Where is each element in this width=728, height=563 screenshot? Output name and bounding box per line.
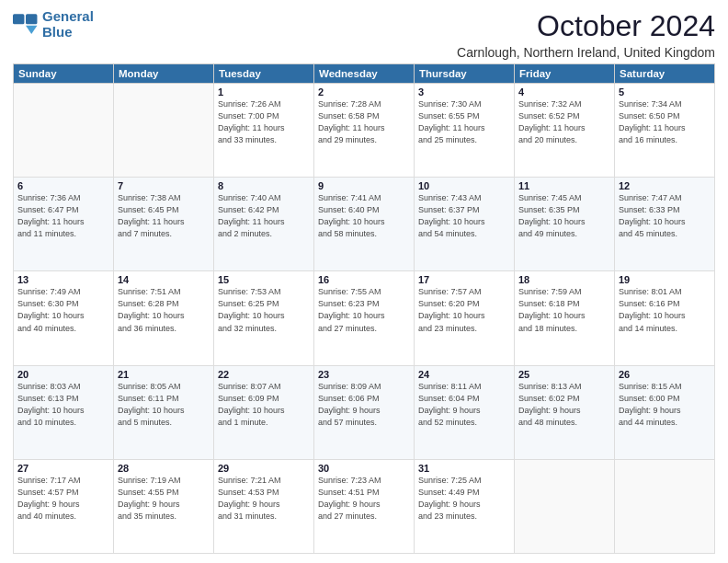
day-info: Sunrise: 7:47 AMSunset: 6:33 PMDaylight:… bbox=[619, 192, 711, 240]
day-info: Sunrise: 8:13 AMSunset: 6:02 PMDaylight:… bbox=[518, 381, 610, 429]
logo: General Blue bbox=[13, 9, 94, 40]
table-row: 6Sunrise: 7:36 AMSunset: 6:47 PMDaylight… bbox=[14, 178, 114, 271]
table-row: 12Sunrise: 7:47 AMSunset: 6:33 PMDayligh… bbox=[615, 178, 715, 271]
day-number: 1 bbox=[218, 86, 310, 98]
table-row bbox=[515, 459, 615, 553]
day-info: Sunrise: 7:49 AMSunset: 6:30 PMDaylight:… bbox=[17, 286, 109, 334]
table-row: 31Sunrise: 7:25 AMSunset: 4:49 PMDayligh… bbox=[415, 459, 515, 553]
day-number: 27 bbox=[17, 463, 109, 474]
day-info: Sunrise: 7:40 AMSunset: 6:42 PMDaylight:… bbox=[218, 192, 310, 240]
table-row: 4Sunrise: 7:32 AMSunset: 6:52 PMDaylight… bbox=[515, 84, 615, 178]
day-number: 22 bbox=[218, 369, 310, 380]
day-number: 25 bbox=[518, 369, 610, 380]
day-number: 5 bbox=[619, 86, 711, 98]
table-row: 24Sunrise: 8:11 AMSunset: 6:04 PMDayligh… bbox=[415, 365, 515, 459]
day-info: Sunrise: 8:11 AMSunset: 6:04 PMDaylight:… bbox=[418, 381, 510, 429]
svg-rect-1 bbox=[26, 14, 37, 24]
calendar-week-row: 6Sunrise: 7:36 AMSunset: 6:47 PMDaylight… bbox=[14, 178, 715, 271]
day-number: 23 bbox=[318, 369, 410, 380]
table-row: 28Sunrise: 7:19 AMSunset: 4:55 PMDayligh… bbox=[114, 459, 214, 553]
page: General Blue October 2024 Carnlough, Nor… bbox=[0, 0, 728, 563]
day-number: 20 bbox=[17, 369, 109, 380]
col-tuesday: Tuesday bbox=[214, 64, 314, 84]
table-row: 9Sunrise: 7:41 AMSunset: 6:40 PMDaylight… bbox=[314, 178, 415, 271]
col-thursday: Thursday bbox=[415, 64, 515, 84]
day-number: 21 bbox=[118, 369, 210, 380]
table-row: 2Sunrise: 7:28 AMSunset: 6:58 PMDaylight… bbox=[314, 84, 415, 178]
col-saturday: Saturday bbox=[615, 64, 715, 84]
day-number: 3 bbox=[418, 86, 510, 98]
day-info: Sunrise: 8:15 AMSunset: 6:00 PMDaylight:… bbox=[619, 381, 711, 429]
day-info: Sunrise: 7:41 AMSunset: 6:40 PMDaylight:… bbox=[318, 192, 410, 240]
day-number: 28 bbox=[118, 463, 210, 474]
day-info: Sunrise: 7:32 AMSunset: 6:52 PMDaylight:… bbox=[518, 98, 610, 146]
day-info: Sunrise: 7:30 AMSunset: 6:55 PMDaylight:… bbox=[418, 98, 510, 146]
location-title: Carnlough, Northern Ireland, United King… bbox=[457, 45, 715, 60]
svg-marker-2 bbox=[26, 25, 37, 33]
day-info: Sunrise: 7:19 AMSunset: 4:55 PMDaylight:… bbox=[118, 475, 210, 523]
day-info: Sunrise: 7:28 AMSunset: 6:58 PMDaylight:… bbox=[318, 98, 410, 146]
day-number: 10 bbox=[418, 180, 510, 191]
table-row: 3Sunrise: 7:30 AMSunset: 6:55 PMDaylight… bbox=[415, 84, 515, 178]
day-info: Sunrise: 7:45 AMSunset: 6:35 PMDaylight:… bbox=[518, 192, 610, 240]
day-number: 31 bbox=[418, 463, 510, 474]
day-info: Sunrise: 8:03 AMSunset: 6:13 PMDaylight:… bbox=[17, 381, 109, 429]
table-row: 18Sunrise: 7:59 AMSunset: 6:18 PMDayligh… bbox=[515, 271, 615, 365]
table-row: 17Sunrise: 7:57 AMSunset: 6:20 PMDayligh… bbox=[415, 271, 515, 365]
day-info: Sunrise: 7:26 AMSunset: 7:00 PMDaylight:… bbox=[218, 98, 310, 146]
day-number: 29 bbox=[218, 463, 310, 474]
day-number: 2 bbox=[318, 86, 410, 98]
day-number: 19 bbox=[619, 274, 711, 285]
day-info: Sunrise: 7:23 AMSunset: 4:51 PMDaylight:… bbox=[318, 475, 410, 523]
table-row: 1Sunrise: 7:26 AMSunset: 7:00 PMDaylight… bbox=[214, 84, 314, 178]
col-friday: Friday bbox=[515, 64, 615, 84]
day-number: 14 bbox=[118, 274, 210, 285]
day-number: 4 bbox=[518, 86, 610, 98]
calendar-header-row: Sunday Monday Tuesday Wednesday Thursday… bbox=[14, 64, 715, 84]
calendar-week-row: 1Sunrise: 7:26 AMSunset: 7:00 PMDaylight… bbox=[14, 84, 715, 178]
svg-rect-0 bbox=[13, 14, 24, 24]
table-row: 14Sunrise: 7:51 AMSunset: 6:28 PMDayligh… bbox=[114, 271, 214, 365]
day-info: Sunrise: 7:57 AMSunset: 6:20 PMDaylight:… bbox=[418, 286, 510, 334]
calendar-week-row: 27Sunrise: 7:17 AMSunset: 4:57 PMDayligh… bbox=[14, 459, 715, 553]
title-block: October 2024 Carnlough, Northern Ireland… bbox=[457, 9, 715, 60]
day-info: Sunrise: 7:59 AMSunset: 6:18 PMDaylight:… bbox=[518, 286, 610, 334]
day-info: Sunrise: 7:36 AMSunset: 6:47 PMDaylight:… bbox=[17, 192, 109, 240]
day-number: 8 bbox=[218, 180, 310, 191]
day-info: Sunrise: 7:21 AMSunset: 4:53 PMDaylight:… bbox=[218, 475, 310, 523]
day-info: Sunrise: 7:43 AMSunset: 6:37 PMDaylight:… bbox=[418, 192, 510, 240]
col-sunday: Sunday bbox=[14, 64, 114, 84]
day-info: Sunrise: 8:09 AMSunset: 6:06 PMDaylight:… bbox=[318, 381, 410, 429]
logo-icon bbox=[13, 14, 39, 36]
table-row: 30Sunrise: 7:23 AMSunset: 4:51 PMDayligh… bbox=[314, 459, 415, 553]
table-row bbox=[14, 84, 114, 178]
day-number: 17 bbox=[418, 274, 510, 285]
day-number: 11 bbox=[518, 180, 610, 191]
table-row: 15Sunrise: 7:53 AMSunset: 6:25 PMDayligh… bbox=[214, 271, 314, 365]
day-info: Sunrise: 7:17 AMSunset: 4:57 PMDaylight:… bbox=[17, 475, 109, 523]
day-number: 6 bbox=[17, 180, 109, 191]
table-row: 29Sunrise: 7:21 AMSunset: 4:53 PMDayligh… bbox=[214, 459, 314, 553]
day-number: 26 bbox=[619, 369, 711, 380]
day-number: 16 bbox=[318, 274, 410, 285]
day-info: Sunrise: 8:05 AMSunset: 6:11 PMDaylight:… bbox=[118, 381, 210, 429]
day-number: 9 bbox=[318, 180, 410, 191]
table-row: 11Sunrise: 7:45 AMSunset: 6:35 PMDayligh… bbox=[515, 178, 615, 271]
table-row: 23Sunrise: 8:09 AMSunset: 6:06 PMDayligh… bbox=[314, 365, 415, 459]
day-info: Sunrise: 8:07 AMSunset: 6:09 PMDaylight:… bbox=[218, 381, 310, 429]
table-row: 25Sunrise: 8:13 AMSunset: 6:02 PMDayligh… bbox=[515, 365, 615, 459]
calendar-week-row: 13Sunrise: 7:49 AMSunset: 6:30 PMDayligh… bbox=[14, 271, 715, 365]
table-row bbox=[615, 459, 715, 553]
month-title: October 2024 bbox=[457, 9, 715, 43]
day-info: Sunrise: 7:25 AMSunset: 4:49 PMDaylight:… bbox=[418, 475, 510, 523]
table-row: 27Sunrise: 7:17 AMSunset: 4:57 PMDayligh… bbox=[14, 459, 114, 553]
day-info: Sunrise: 8:01 AMSunset: 6:16 PMDaylight:… bbox=[619, 286, 711, 334]
day-info: Sunrise: 7:38 AMSunset: 6:45 PMDaylight:… bbox=[118, 192, 210, 240]
calendar-week-row: 20Sunrise: 8:03 AMSunset: 6:13 PMDayligh… bbox=[14, 365, 715, 459]
day-info: Sunrise: 7:34 AMSunset: 6:50 PMDaylight:… bbox=[619, 98, 711, 146]
day-info: Sunrise: 7:55 AMSunset: 6:23 PMDaylight:… bbox=[318, 286, 410, 334]
day-number: 7 bbox=[118, 180, 210, 191]
day-number: 24 bbox=[418, 369, 510, 380]
header: General Blue October 2024 Carnlough, Nor… bbox=[13, 9, 715, 60]
table-row: 5Sunrise: 7:34 AMSunset: 6:50 PMDaylight… bbox=[615, 84, 715, 178]
